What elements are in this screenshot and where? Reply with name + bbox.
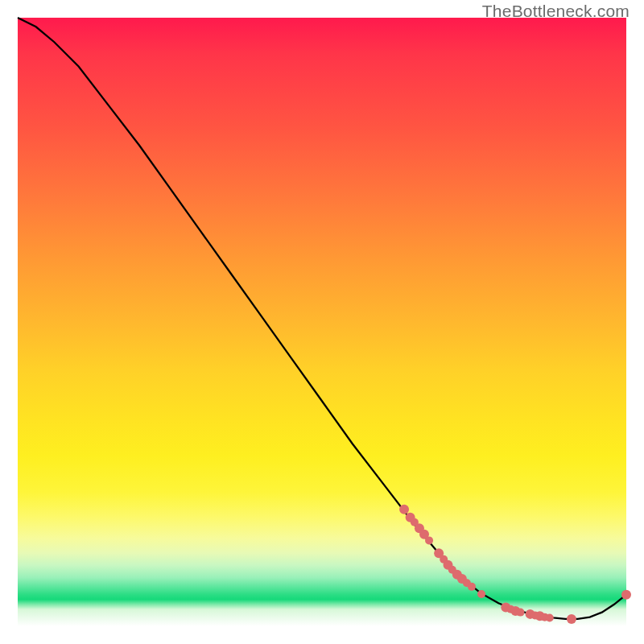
watermark-text: TheBottleneck.com bbox=[482, 2, 630, 21]
data-marker bbox=[477, 590, 485, 598]
bottleneck-chart: TheBottleneck.com bbox=[0, 0, 644, 644]
marker-group bbox=[399, 505, 631, 624]
bottleneck-curve-path bbox=[18, 18, 626, 619]
data-marker bbox=[516, 609, 524, 617]
data-marker bbox=[399, 505, 409, 514]
data-marker bbox=[546, 613, 554, 621]
data-marker bbox=[567, 614, 576, 624]
data-marker bbox=[468, 583, 476, 591]
plot-svg bbox=[18, 18, 626, 626]
data-marker bbox=[621, 590, 631, 600]
data-marker bbox=[425, 536, 433, 544]
